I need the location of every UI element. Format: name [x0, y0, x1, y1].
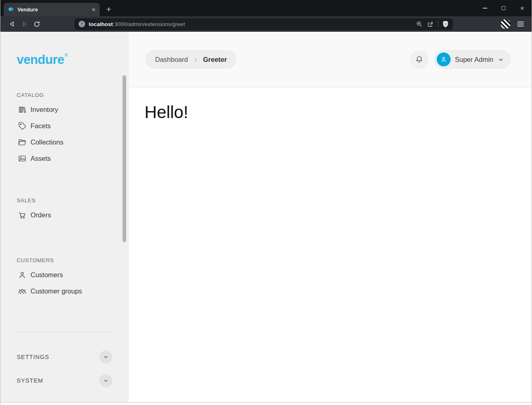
sidebar-item-assets[interactable]: Assets: [17, 150, 112, 166]
sidebar-item-label: Facets: [31, 122, 51, 130]
breadcrumb: Dashboard Greeter: [145, 50, 236, 69]
window-controls: ✕: [475, 0, 532, 16]
tab-close-icon[interactable]: ✕: [92, 7, 96, 13]
tag-icon: [17, 121, 27, 131]
browser-window: Vendure ✕ + ✕ ! localhost:3000/admin/ext…: [0, 0, 532, 405]
avatar: [437, 53, 451, 66]
maximize-button[interactable]: [494, 0, 513, 16]
vendure-favicon: [8, 7, 14, 13]
close-button[interactable]: ✕: [513, 0, 532, 16]
user-icon: [17, 270, 27, 280]
cart-icon: [17, 210, 27, 220]
sidebar-item-label: Collections: [31, 138, 63, 146]
brave-shield-icon[interactable]: [442, 20, 449, 28]
urlbar-separator: [438, 21, 438, 27]
sidebar-item-label: Assets: [31, 155, 51, 162]
extension-content: Hello!: [129, 88, 532, 122]
chevron-down-icon: [498, 57, 504, 63]
image-icon: [17, 153, 27, 163]
browser-tab-strip: Vendure ✕ + ✕: [0, 0, 532, 16]
vendure-logo[interactable]: vendure®: [17, 48, 112, 67]
tab-title: Vendure: [18, 7, 88, 13]
url-path: :3000/admin/extensions/greet: [113, 21, 185, 27]
sidebar-item-customer-groups[interactable]: Customer groups: [17, 283, 112, 299]
forward-button[interactable]: [18, 18, 31, 30]
chevron-down-icon: [103, 378, 109, 383]
sidebar-item-orders[interactable]: Orders: [17, 207, 112, 223]
sidebar: vendure® CATALOG Inventory Facets: [0, 32, 129, 402]
sidebar-item-label: Inventory: [31, 106, 58, 114]
forward-icon: [21, 20, 28, 28]
header-actions: Super Admin: [410, 50, 511, 69]
minimize-icon: [483, 8, 487, 9]
chevron-down-icon: [103, 354, 109, 360]
chevron-right-icon: [193, 57, 198, 62]
section-label-sales: SALES: [17, 197, 112, 204]
minimize-button[interactable]: [475, 0, 494, 16]
sidebar-item-inventory[interactable]: Inventory: [17, 101, 112, 118]
site-info-icon[interactable]: !: [79, 21, 85, 27]
url-text[interactable]: localhost:3000/admin/extensions/greet: [89, 21, 185, 27]
greeting-heading: Hello!: [144, 103, 532, 122]
new-tab-button[interactable]: +: [106, 5, 111, 13]
sidebar-section-system[interactable]: SYSTEM: [17, 374, 112, 387]
back-icon: [9, 20, 16, 28]
sidebar-section-settings[interactable]: SETTINGS: [17, 350, 112, 364]
breadcrumb-dashboard-link[interactable]: Dashboard: [155, 56, 188, 63]
browser-toolbar: ! localhost:3000/admin/extensions/greet: [0, 16, 532, 32]
window-bottom-edge: [0, 402, 532, 405]
browser-tab-vendure[interactable]: Vendure ✕: [4, 3, 100, 16]
sidebar-divider: [17, 332, 112, 333]
sidebar-scrollbar[interactable]: [123, 75, 126, 242]
settings-expand-button[interactable]: [99, 350, 112, 363]
url-host: localhost: [89, 21, 113, 27]
user-name: Super Admin: [455, 56, 493, 63]
user-avatar-icon: [440, 55, 448, 63]
share-icon[interactable]: [427, 20, 434, 28]
notifications-button[interactable]: [410, 50, 429, 69]
section-label-settings: SETTINGS: [17, 354, 49, 360]
sidebar-item-label: Customers: [31, 271, 63, 279]
library-icon: [17, 105, 27, 114]
sidebar-item-collections[interactable]: Collections: [17, 134, 112, 150]
main-panel: Dashboard Greeter: [129, 32, 532, 402]
main-header: Dashboard Greeter: [129, 32, 532, 88]
sidebar-item-customers[interactable]: Customers: [17, 267, 112, 283]
section-label-catalog: CATALOG: [17, 92, 112, 98]
toolbar-right: [501, 19, 526, 29]
menu-icon[interactable]: [517, 21, 524, 27]
section-label-customers: CUSTOMERS: [17, 257, 112, 263]
profile-avatar[interactable]: [501, 19, 510, 29]
system-expand-button[interactable]: [99, 374, 112, 387]
vendure-admin-app: vendure® CATALOG Inventory Facets: [0, 32, 532, 402]
sidebar-item-facets[interactable]: Facets: [17, 118, 112, 134]
back-button[interactable]: [6, 18, 18, 30]
section-label-system: SYSTEM: [17, 377, 43, 384]
sidebar-item-label: Customer groups: [31, 287, 82, 295]
bell-icon: [415, 55, 424, 64]
folder-icon: [17, 137, 27, 147]
sidebar-item-label: Orders: [31, 211, 51, 219]
users-icon: [17, 286, 27, 296]
reload-button[interactable]: [31, 18, 43, 30]
user-menu-button[interactable]: Super Admin: [434, 50, 511, 69]
vendure-logo-text: vendure: [17, 53, 64, 67]
maximize-icon: [501, 6, 506, 10]
reload-icon: [33, 20, 41, 28]
registered-mark: ®: [64, 53, 68, 57]
zoom-icon[interactable]: [416, 20, 423, 28]
address-bar[interactable]: ! localhost:3000/admin/extensions/greet: [74, 18, 453, 30]
breadcrumb-current: Greeter: [203, 56, 227, 63]
